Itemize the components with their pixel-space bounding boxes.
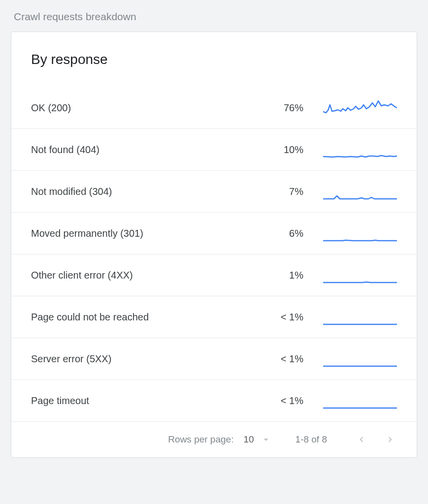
page-title: Crawl requests breakdown [14, 11, 417, 23]
page-range: 1-8 of 8 [296, 434, 327, 445]
next-page-button[interactable] [383, 433, 397, 446]
table-row[interactable]: Moved permanently (301)6% [11, 212, 417, 254]
sparkline [323, 182, 397, 201]
chevron-down-icon [259, 433, 273, 446]
table-row[interactable]: Server error (5XX)< 1% [11, 338, 417, 379]
table-row[interactable]: Other client error (4XX)1% [11, 254, 417, 296]
table-row[interactable]: Page could not be reached< 1% [11, 296, 417, 338]
row-value: < 1% [281, 395, 323, 407]
table-row[interactable]: Not modified (304)7% [11, 170, 417, 212]
sparkline [323, 140, 397, 159]
rows-per-page-value: 10 [243, 434, 254, 445]
table-row[interactable]: OK (200)76% [11, 87, 417, 128]
row-label: Not modified (304) [31, 186, 284, 197]
pagination-nav [355, 433, 397, 446]
row-label: Moved permanently (301) [31, 228, 284, 239]
sparkline [323, 265, 397, 285]
card-title: By response [11, 32, 417, 87]
row-label: Server error (5XX) [31, 353, 281, 365]
row-value: 10% [284, 144, 323, 156]
sparkline [323, 391, 397, 410]
row-label: Page timeout [31, 395, 281, 407]
row-value: 76% [284, 102, 323, 114]
sparkline [323, 223, 397, 243]
table-row[interactable]: Not found (404)10% [11, 128, 417, 170]
row-label: OK (200) [31, 102, 284, 114]
prev-page-button[interactable] [355, 433, 368, 446]
row-value: < 1% [281, 312, 323, 323]
row-label: Other client error (4XX) [31, 270, 284, 281]
sparkline [323, 98, 397, 118]
rows-per-page-group: Rows per page: 10 [168, 433, 272, 446]
row-label: Page could not be reached [31, 312, 281, 323]
rows-per-page-select[interactable]: 10 [243, 433, 272, 446]
row-value: 6% [284, 228, 323, 239]
sparkline [323, 307, 397, 327]
sparkline [323, 349, 397, 369]
row-value: 7% [284, 186, 323, 197]
table-footer: Rows per page: 10 1-8 of 8 [11, 421, 417, 457]
row-label: Not found (404) [31, 144, 284, 156]
rows-per-page-label: Rows per page: [168, 434, 233, 445]
row-value: 1% [284, 270, 323, 281]
by-response-card: By response OK (200)76%Not found (404)10… [11, 32, 417, 458]
table-row[interactable]: Page timeout< 1% [11, 379, 417, 421]
row-value: < 1% [281, 353, 323, 365]
